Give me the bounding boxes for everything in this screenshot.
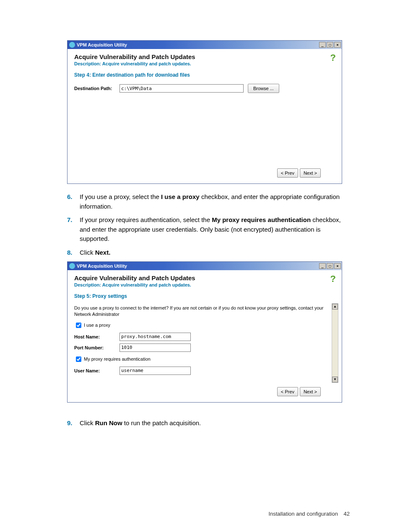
step-text: If your proxy requires authentication, s… — [80, 215, 350, 244]
step-7: 7. If your proxy requires authentication… — [67, 215, 350, 244]
step-number: 8. — [67, 248, 80, 258]
page-number: 42 — [344, 511, 350, 517]
help-icon[interactable]: ? — [330, 274, 336, 284]
dest-path-label: Destination Path: — [74, 86, 119, 91]
dialog-header: Acquire Vulnerability and Patch Updates … — [68, 270, 342, 290]
port-label: Port Number: — [74, 345, 119, 350]
dialog-body: Destination Path: Browse ... — [68, 80, 342, 164]
scroll-down-icon[interactable]: ▼ — [332, 377, 338, 382]
close-button[interactable]: × — [334, 42, 341, 48]
nav-buttons: < Prev Next > — [68, 383, 342, 402]
nav-buttons: < Prev Next > — [68, 164, 342, 183]
header-title: Acquire Vulnerability and Patch Updates — [74, 53, 335, 60]
step-label: Step 4: Enter destination path for downl… — [68, 69, 342, 80]
step-text: If you use a proxy, select the I use a p… — [80, 192, 350, 211]
step-6: 6. If you use a proxy, select the I use … — [67, 192, 350, 211]
dialog-header: Acquire Vulnerability and Patch Updates … — [68, 49, 342, 69]
browse-button[interactable]: Browse ... — [248, 84, 279, 93]
use-proxy-checkbox[interactable] — [76, 323, 81, 328]
maximize-button[interactable]: □ — [327, 263, 333, 269]
step-number: 9. — [67, 418, 80, 428]
username-input[interactable] — [119, 367, 191, 375]
host-label: Host Name: — [74, 334, 119, 339]
dest-path-input[interactable] — [119, 84, 244, 93]
proxy-auth-checkbox[interactable] — [76, 356, 81, 362]
step-label: Step 5: Proxy settings — [68, 290, 342, 302]
titlebar[interactable]: VPM Acquisition Utility _ □ × — [68, 41, 342, 49]
dialog-body: Do you use a proxy to connect to the int… — [68, 302, 342, 383]
window-title: VPM Acquisition Utility — [77, 42, 318, 47]
step-number: 7. — [67, 215, 80, 244]
step-8: 8. Click Next. — [67, 248, 350, 258]
header-title: Acquire Vulnerability and Patch Updates — [74, 274, 335, 281]
app-icon — [69, 42, 75, 48]
footer-text: Installation and configuration — [268, 511, 338, 517]
header-desc: Description: Acquire vulnerability and p… — [74, 282, 335, 287]
window-title: VPM Acquisition Utility — [77, 263, 318, 269]
step-text: Click Run Now to run the patch acquisiti… — [80, 418, 350, 428]
page-footer: Installation and configuration 42 — [268, 511, 350, 517]
step-9: 9. Click Run Now to run the patch acquis… — [67, 418, 350, 428]
minimize-button[interactable]: _ — [319, 42, 326, 48]
dialog-step5: VPM Acquisition Utility _ □ × Acquire Vu… — [67, 261, 342, 403]
prev-button[interactable]: < Prev — [277, 387, 298, 396]
proxy-intro-text: Do you use a proxy to connect to the int… — [74, 305, 327, 318]
scrollbar[interactable]: ▲ ▼ — [332, 303, 338, 383]
next-button[interactable]: Next > — [300, 168, 321, 178]
port-input[interactable] — [119, 343, 191, 352]
titlebar[interactable]: VPM Acquisition Utility _ □ × — [68, 262, 342, 270]
app-icon — [69, 263, 75, 269]
header-desc: Description: Acquire vulnerability and p… — [74, 61, 335, 66]
close-button[interactable]: × — [334, 263, 341, 269]
next-button[interactable]: Next > — [300, 387, 321, 396]
help-icon[interactable]: ? — [330, 52, 336, 63]
step-text: Click Next. — [80, 248, 350, 258]
step-number: 6. — [67, 192, 80, 211]
maximize-button[interactable]: □ — [327, 42, 333, 48]
scroll-up-icon[interactable]: ▲ — [332, 304, 338, 310]
use-proxy-label: I use a proxy — [84, 323, 110, 328]
username-label: User Name: — [74, 368, 119, 373]
host-input[interactable] — [119, 333, 191, 341]
prev-button[interactable]: < Prev — [277, 168, 298, 178]
minimize-button[interactable]: _ — [319, 263, 326, 269]
dialog-step4: VPM Acquisition Utility _ □ × Acquire Vu… — [67, 40, 342, 184]
proxy-auth-label: My proxy requires authentication — [84, 356, 151, 362]
